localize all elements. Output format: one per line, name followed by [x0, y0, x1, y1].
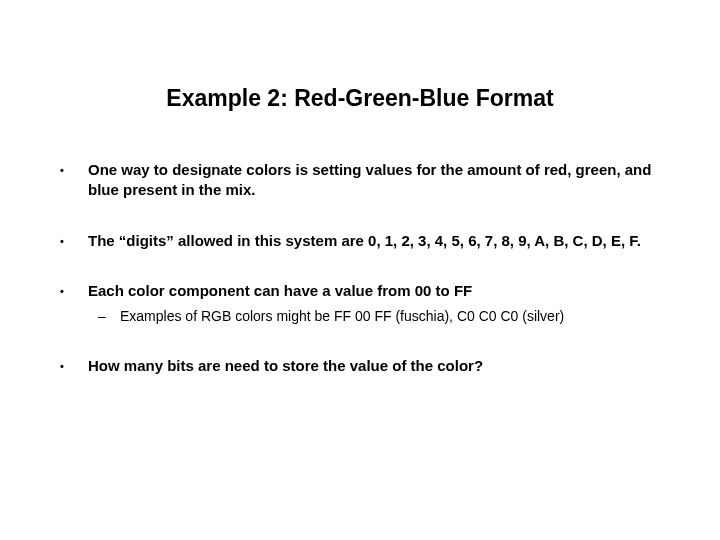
sub-list-item: – Examples of RGB colors might be FF 00 …	[98, 307, 660, 326]
list-item: • How many bits are need to store the va…	[60, 356, 660, 376]
bullet-text: One way to designate colors is setting v…	[88, 160, 660, 201]
bullet-icon: •	[60, 356, 88, 374]
list-item: • The “digits” allowed in this system ar…	[60, 231, 660, 251]
bullet-text: Each color component can have a value fr…	[88, 282, 472, 299]
bullet-icon: •	[60, 160, 88, 178]
slide-title: Example 2: Red-Green-Blue Format	[60, 85, 660, 112]
slide: Example 2: Red-Green-Blue Format • One w…	[0, 0, 720, 540]
bullet-icon: •	[60, 231, 88, 249]
sub-bullet-list: – Examples of RGB colors might be FF 00 …	[88, 307, 660, 326]
bullet-text: The “digits” allowed in this system are …	[88, 231, 660, 251]
bullet-icon: •	[60, 281, 88, 299]
bullet-text: How many bits are need to store the valu…	[88, 356, 660, 376]
sub-bullet-text: Examples of RGB colors might be FF 00 FF…	[120, 307, 564, 326]
list-item: • Each color component can have a value …	[60, 281, 660, 326]
bullet-content: Each color component can have a value fr…	[88, 281, 660, 326]
bullet-list: • One way to designate colors is setting…	[60, 160, 660, 376]
dash-icon: –	[98, 307, 120, 326]
list-item: • One way to designate colors is setting…	[60, 160, 660, 201]
